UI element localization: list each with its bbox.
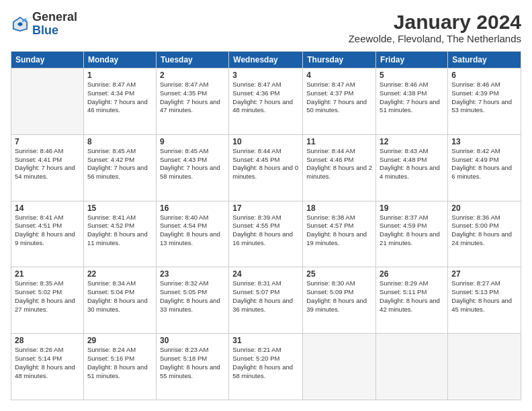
- day-number: 3: [232, 71, 299, 80]
- day-number: 13: [451, 137, 517, 146]
- calendar-day: [376, 334, 448, 400]
- day-info: Sunrise: 8:23 AMSunset: 5:18 PMDaylight:…: [160, 346, 220, 379]
- calendar-day: 19Sunrise: 8:37 AMSunset: 4:59 PMDayligh…: [376, 201, 448, 267]
- day-info: Sunrise: 8:37 AMSunset: 4:59 PMDaylight:…: [380, 214, 440, 246]
- day-number: 29: [87, 336, 152, 345]
- day-info: Sunrise: 8:30 AMSunset: 5:09 PMDaylight:…: [306, 279, 367, 312]
- day-info: Sunrise: 8:29 AMSunset: 5:11 PMDaylight:…: [380, 279, 440, 312]
- day-info: Sunrise: 8:39 AMSunset: 4:55 PMDaylight:…: [232, 214, 293, 246]
- day-number: 8: [87, 137, 152, 146]
- calendar-day: 13Sunrise: 8:42 AMSunset: 4:49 PMDayligh…: [448, 134, 521, 201]
- day-info: Sunrise: 8:31 AMSunset: 5:07 PMDaylight:…: [232, 279, 293, 312]
- day-number: 27: [451, 269, 517, 279]
- calendar-day: 1Sunrise: 8:47 AMSunset: 4:34 PMDaylight…: [83, 68, 156, 135]
- day-number: 26: [380, 269, 444, 279]
- col-wednesday: Wednesday: [229, 52, 303, 68]
- calendar-day: 15Sunrise: 8:41 AMSunset: 4:52 PMDayligh…: [83, 201, 156, 267]
- calendar-day: 25Sunrise: 8:30 AMSunset: 5:09 PMDayligh…: [303, 267, 376, 334]
- calendar-day: 24Sunrise: 8:31 AMSunset: 5:07 PMDayligh…: [229, 267, 303, 334]
- calendar-day: 26Sunrise: 8:29 AMSunset: 5:11 PMDayligh…: [376, 267, 448, 334]
- day-number: 17: [232, 203, 299, 213]
- col-tuesday: Tuesday: [156, 52, 228, 68]
- calendar-week-4: 21Sunrise: 8:35 AMSunset: 5:02 PMDayligh…: [11, 267, 521, 334]
- calendar-day: 27Sunrise: 8:27 AMSunset: 5:13 PMDayligh…: [448, 267, 521, 334]
- day-info: Sunrise: 8:21 AMSunset: 5:20 PMDaylight:…: [232, 346, 293, 379]
- calendar-day: 8Sunrise: 8:45 AMSunset: 4:42 PMDaylight…: [83, 134, 156, 201]
- calendar: Sunday Monday Tuesday Wednesday Thursday…: [11, 51, 521, 400]
- calendar-day: 18Sunrise: 8:38 AMSunset: 4:57 PMDayligh…: [303, 201, 376, 267]
- day-info: Sunrise: 8:43 AMSunset: 4:48 PMDaylight:…: [380, 147, 440, 180]
- day-number: 20: [451, 203, 517, 213]
- day-info: Sunrise: 8:38 AMSunset: 4:57 PMDaylight:…: [306, 214, 367, 246]
- day-info: Sunrise: 8:44 AMSunset: 4:45 PMDaylight:…: [232, 147, 298, 180]
- day-info: Sunrise: 8:24 AMSunset: 5:16 PMDaylight:…: [87, 346, 148, 379]
- logo: General Blue: [11, 11, 77, 38]
- day-info: Sunrise: 8:46 AMSunset: 4:39 PMDaylight:…: [451, 81, 512, 113]
- day-info: Sunrise: 8:46 AMSunset: 4:41 PMDaylight:…: [15, 147, 75, 180]
- day-number: 2: [160, 71, 225, 80]
- day-info: Sunrise: 8:47 AMSunset: 4:35 PMDaylight:…: [160, 81, 220, 113]
- day-info: Sunrise: 8:47 AMSunset: 4:34 PMDaylight:…: [87, 81, 148, 113]
- calendar-day: [11, 68, 84, 135]
- day-info: Sunrise: 8:47 AMSunset: 4:37 PMDaylight:…: [306, 81, 367, 113]
- day-number: 1: [87, 71, 152, 80]
- day-info: Sunrise: 8:42 AMSunset: 4:49 PMDaylight:…: [451, 147, 512, 180]
- header: General Blue January 2024 Zeewolde, Flev…: [11, 11, 521, 44]
- day-info: Sunrise: 8:45 AMSunset: 4:42 PMDaylight:…: [87, 147, 148, 180]
- calendar-day: 5Sunrise: 8:46 AMSunset: 4:38 PMDaylight…: [376, 68, 448, 135]
- day-info: Sunrise: 8:40 AMSunset: 4:54 PMDaylight:…: [160, 214, 220, 246]
- page: General Blue January 2024 Zeewolde, Flev…: [0, 0, 532, 411]
- day-info: Sunrise: 8:34 AMSunset: 5:04 PMDaylight:…: [87, 279, 148, 312]
- title-block: January 2024 Zeewolde, Flevoland, The Ne…: [349, 11, 521, 44]
- col-saturday: Saturday: [448, 52, 521, 68]
- day-info: Sunrise: 8:44 AMSunset: 4:46 PMDaylight:…: [306, 147, 372, 180]
- day-number: 21: [15, 269, 80, 279]
- col-friday: Friday: [376, 52, 448, 68]
- logo-icon: [11, 15, 30, 34]
- day-number: 9: [160, 137, 225, 146]
- calendar-week-5: 28Sunrise: 8:26 AMSunset: 5:14 PMDayligh…: [11, 334, 521, 400]
- logo-general-text: General: [32, 11, 77, 24]
- day-number: 14: [15, 203, 80, 213]
- day-info: Sunrise: 8:35 AMSunset: 5:02 PMDaylight:…: [15, 279, 75, 312]
- day-number: 5: [380, 71, 444, 80]
- day-number: 6: [451, 71, 517, 80]
- calendar-day: 21Sunrise: 8:35 AMSunset: 5:02 PMDayligh…: [11, 267, 84, 334]
- day-number: 23: [160, 269, 225, 279]
- col-thursday: Thursday: [303, 52, 376, 68]
- calendar-day: 6Sunrise: 8:46 AMSunset: 4:39 PMDaylight…: [448, 68, 521, 135]
- calendar-day: 30Sunrise: 8:23 AMSunset: 5:18 PMDayligh…: [156, 334, 228, 400]
- calendar-day: 9Sunrise: 8:45 AMSunset: 4:43 PMDaylight…: [156, 134, 228, 201]
- day-number: 18: [306, 203, 372, 213]
- day-number: 7: [15, 137, 80, 146]
- calendar-day: 29Sunrise: 8:24 AMSunset: 5:16 PMDayligh…: [83, 334, 156, 400]
- day-number: 25: [306, 269, 372, 279]
- day-info: Sunrise: 8:27 AMSunset: 5:13 PMDaylight:…: [451, 279, 512, 312]
- day-number: 28: [15, 336, 80, 345]
- day-info: Sunrise: 8:47 AMSunset: 4:36 PMDaylight:…: [232, 81, 293, 113]
- logo-blue-text: Blue: [32, 24, 77, 38]
- header-row: Sunday Monday Tuesday Wednesday Thursday…: [11, 52, 521, 68]
- main-title: January 2024: [349, 11, 521, 33]
- calendar-day: 22Sunrise: 8:34 AMSunset: 5:04 PMDayligh…: [83, 267, 156, 334]
- calendar-week-3: 14Sunrise: 8:41 AMSunset: 4:51 PMDayligh…: [11, 201, 521, 267]
- calendar-week-1: 1Sunrise: 8:47 AMSunset: 4:34 PMDaylight…: [11, 68, 521, 135]
- day-info: Sunrise: 8:41 AMSunset: 4:51 PMDaylight:…: [15, 214, 75, 246]
- day-info: Sunrise: 8:32 AMSunset: 5:05 PMDaylight:…: [160, 279, 220, 312]
- calendar-day: 31Sunrise: 8:21 AMSunset: 5:20 PMDayligh…: [229, 334, 303, 400]
- calendar-day: 11Sunrise: 8:44 AMSunset: 4:46 PMDayligh…: [303, 134, 376, 201]
- day-info: Sunrise: 8:41 AMSunset: 4:52 PMDaylight:…: [87, 214, 148, 246]
- day-info: Sunrise: 8:36 AMSunset: 5:00 PMDaylight:…: [451, 214, 512, 246]
- day-number: 30: [160, 336, 225, 345]
- calendar-day: 16Sunrise: 8:40 AMSunset: 4:54 PMDayligh…: [156, 201, 228, 267]
- day-number: 15: [87, 203, 152, 213]
- logo-text: General Blue: [32, 11, 77, 38]
- calendar-day: 17Sunrise: 8:39 AMSunset: 4:55 PMDayligh…: [229, 201, 303, 267]
- col-monday: Monday: [83, 52, 156, 68]
- day-number: 10: [232, 137, 299, 146]
- day-number: 16: [160, 203, 225, 213]
- day-number: 11: [306, 137, 372, 146]
- calendar-day: 4Sunrise: 8:47 AMSunset: 4:37 PMDaylight…: [303, 68, 376, 135]
- day-number: 12: [380, 137, 444, 146]
- calendar-week-2: 7Sunrise: 8:46 AMSunset: 4:41 PMDaylight…: [11, 134, 521, 201]
